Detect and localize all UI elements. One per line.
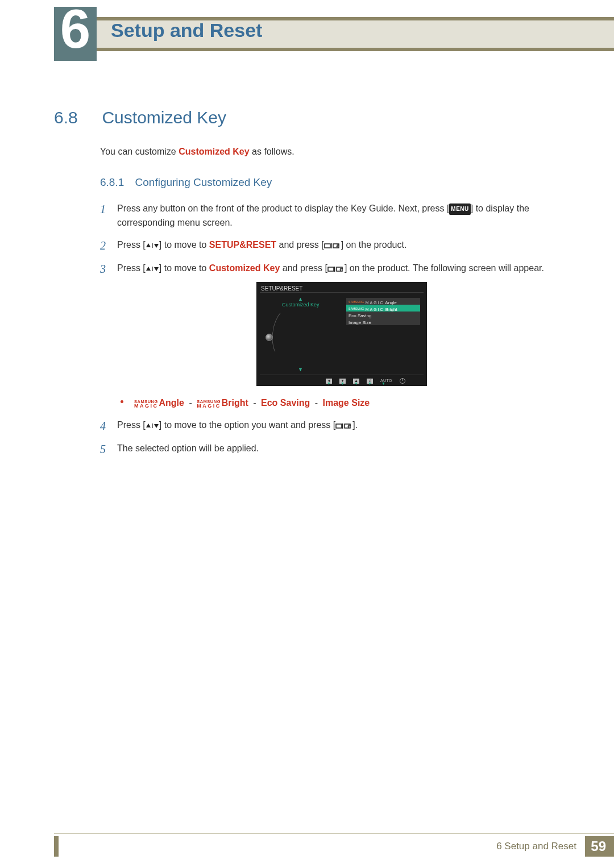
step-4-text-c: ]. <box>352 420 358 430</box>
osd-option-eco: Eco Saving <box>346 312 420 318</box>
section-title: Customized Key <box>102 108 226 127</box>
steps-list: 1 Press any button on the front of the p… <box>100 202 566 456</box>
footer-left-accent <box>54 836 59 857</box>
step-4-text-b: ] to move to the option you want and pre… <box>159 420 335 430</box>
subsection-heading: 6.8.1 Configuring Customized Key <box>100 174 566 190</box>
step-2-text-c: and press [ <box>276 240 324 250</box>
svg-rect-3 <box>325 244 330 248</box>
osd-jog-icon <box>264 324 287 347</box>
svg-rect-5 <box>333 244 339 248</box>
step-2-target: SETUP&RESET <box>209 240 276 250</box>
footer-rule <box>54 833 614 834</box>
osd-divider <box>260 292 424 293</box>
option-image-size: Image Size <box>323 398 370 408</box>
up-down-icon <box>146 263 159 277</box>
enter-source-icon <box>324 239 341 254</box>
up-down-icon <box>146 420 159 434</box>
osd-screenshot: SETUP&RESET ▲ Customized Key ▼ SAMSUNG M… <box>256 282 427 386</box>
option-angle: Angle <box>159 398 184 408</box>
svg-marker-6 <box>336 246 338 247</box>
svg-marker-2 <box>154 244 159 248</box>
svg-marker-16 <box>154 424 159 428</box>
section-number: 6.8 <box>54 108 99 127</box>
svg-marker-14 <box>146 423 151 427</box>
intro-pre: You can customize <box>100 147 179 156</box>
chapter-number: 6 <box>54 2 97 56</box>
svg-rect-11 <box>334 267 335 272</box>
step-5: 5 The selected option will be applied. <box>100 442 566 456</box>
step-1-number: 1 <box>100 201 106 218</box>
svg-rect-19 <box>345 424 350 428</box>
step-4-number: 4 <box>100 417 106 435</box>
footer-chapter-label: 6 Setup and Reset <box>496 841 576 852</box>
osd-arrow-down-icon: ▼ <box>298 366 303 374</box>
step-3: 3 Press [] to move to Customized Key and… <box>100 261 566 411</box>
step-4-text-a: Press [ <box>117 420 146 430</box>
svg-rect-17 <box>336 424 342 428</box>
svg-rect-10 <box>328 267 334 271</box>
svg-marker-0 <box>146 243 151 247</box>
enter-source-icon <box>335 420 352 434</box>
step-3-number: 3 <box>100 260 106 278</box>
step-5-number: 5 <box>100 441 106 458</box>
step-2-text-d: ] on the product. <box>341 240 407 250</box>
step-3-text-a: Press [ <box>117 263 146 273</box>
step-3-text-b: ] to move to <box>159 263 209 273</box>
step-2-text-a: Press [ <box>117 240 146 250</box>
step-5-text: The selected option will be applied. <box>117 443 259 453</box>
svg-rect-8 <box>152 267 153 271</box>
osd-key-label: Customized Key <box>282 301 320 309</box>
subsection-title: Configuring Customized Key <box>135 176 272 188</box>
osd-option-angle: SAMSUNG MAGIC Angle <box>346 298 420 305</box>
svg-marker-9 <box>154 267 159 271</box>
option-bright: Bright <box>222 398 248 408</box>
svg-rect-4 <box>331 243 332 248</box>
step-4: 4 Press [] to move to the option you wan… <box>100 418 566 434</box>
section-heading: 6.8 Customized Key <box>54 108 226 127</box>
svg-rect-12 <box>337 267 342 271</box>
step-1: 1 Press any button on the front of the p… <box>100 202 566 230</box>
svg-rect-18 <box>342 423 343 429</box>
osd-caret-row: ▼▼▼▼▼ <box>326 381 387 387</box>
step-2-number: 2 <box>100 237 106 255</box>
osd-options-panel: SAMSUNG MAGIC Angle SAMSUNG MAGIC Bright… <box>346 298 420 325</box>
intro-bold: Customized Key <box>179 147 249 156</box>
osd-divider-bottom <box>260 375 424 375</box>
intro-paragraph: You can customize Customized Key as foll… <box>100 145 566 159</box>
magic-prefix-bright: SAMSUNG MAGIC <box>197 400 221 409</box>
svg-marker-7 <box>146 267 151 271</box>
chapter-title: Setup and Reset <box>111 19 262 41</box>
step-3-target: Customized Key <box>209 263 280 273</box>
osd-option-size: Image Size <box>346 318 420 325</box>
menu-button-icon: MENU <box>449 203 470 215</box>
subsection-number: 6.8.1 <box>100 176 124 188</box>
svg-marker-20 <box>347 427 350 428</box>
step-3-text-c: and press [ <box>280 263 327 273</box>
step-2-text-b: ] to move to <box>159 240 209 250</box>
step-3-text-d: ] on the product. The following screen w… <box>345 263 544 273</box>
up-down-icon <box>146 239 159 254</box>
svg-marker-13 <box>339 269 342 271</box>
step-2: 2 Press [] to move to SETUP&RESET and pr… <box>100 238 566 254</box>
content-body: You can customize Customized Key as foll… <box>100 145 566 464</box>
enter-source-icon <box>327 263 345 277</box>
osd-power-icon <box>400 378 405 384</box>
option-eco: Eco Saving <box>261 398 310 408</box>
options-bullet: SAMSUNG MAGIC Angle - SAMSUNG MAGIC Brig… <box>117 396 566 410</box>
svg-rect-15 <box>152 423 153 428</box>
svg-rect-1 <box>152 243 153 248</box>
osd-option-bright-selected: SAMSUNG MAGIC Bright <box>346 305 420 312</box>
step-1-text-a: Press any button on the front of the pro… <box>117 203 449 213</box>
page-number: 59 <box>585 836 614 857</box>
magic-prefix-angle: SAMSUNG MAGIC <box>134 400 159 409</box>
intro-post: as follows. <box>250 147 294 156</box>
